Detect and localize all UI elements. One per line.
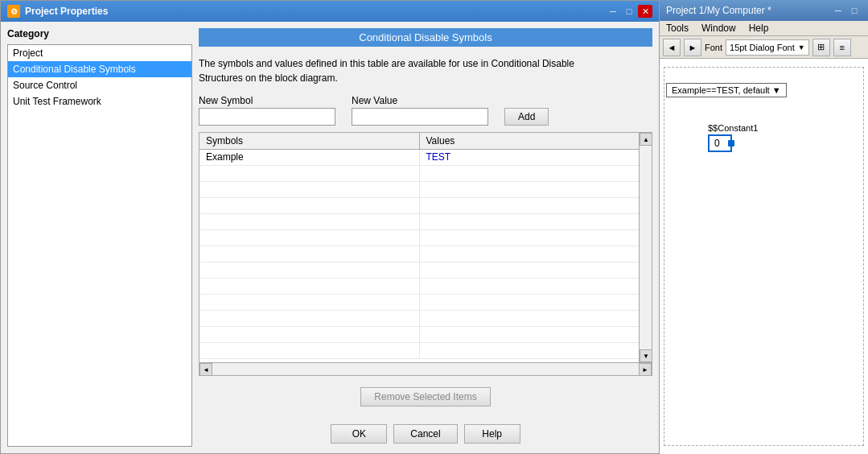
ok-button[interactable]: OK — [331, 424, 387, 444]
canvas-dropdown[interactable]: Example==TEST, default ▼ — [666, 83, 787, 97]
table-row — [200, 311, 639, 327]
title-bar-controls: ─ □ ✕ — [606, 5, 652, 18]
toolbar-extra-button1[interactable]: ⊞ — [812, 39, 830, 56]
category-panel: Category Project Conditional Disable Sym… — [7, 28, 192, 447]
description-text: The symbols and values defined in this t… — [199, 53, 652, 89]
right-title-controls: ─ □ — [831, 4, 862, 17]
table-row — [200, 295, 639, 311]
value-cell: TEST — [420, 150, 640, 165]
bottom-buttons: OK Cancel Help — [199, 418, 652, 447]
new-value-group: New Value — [352, 95, 488, 126]
table-row — [200, 279, 639, 295]
right-panel-title: Project 1/My Computer * — [666, 5, 771, 16]
constant-name: $$Constant1 — [708, 123, 758, 133]
right-maximize-button[interactable]: □ — [847, 4, 862, 17]
table-row[interactable]: Example TEST — [200, 150, 639, 166]
constant-output-port — [728, 140, 734, 147]
symbols-column-header: Symbols — [200, 133, 420, 149]
scrollbar-track[interactable] — [640, 146, 652, 349]
right-panel: Project 1/My Computer * ─ □ Tools Window… — [660, 0, 868, 454]
font-label: Font — [705, 43, 722, 52]
values-column-header: Values — [420, 133, 640, 149]
hscroll-left-button[interactable]: ◄ — [200, 363, 212, 376]
table-row — [200, 182, 639, 198]
scrollbar-down-button[interactable]: ▼ — [640, 349, 652, 362]
constant-value-text: 0 — [714, 138, 720, 149]
dropdown-value: Example==TEST, default ▼ — [672, 85, 781, 95]
table-row — [200, 343, 639, 359]
table-row — [200, 198, 639, 214]
remove-button-container: Remove Selected Items — [199, 382, 652, 411]
symbols-table: Symbols Values Example TEST — [199, 132, 652, 376]
font-value: 15pt Dialog Font — [730, 43, 795, 52]
menu-tools[interactable]: Tools — [666, 23, 689, 34]
right-minimize-button[interactable]: ─ — [831, 4, 845, 17]
hscroll-track[interactable] — [212, 363, 639, 375]
dialog-title: Project Properties — [25, 6, 108, 17]
menu-help[interactable]: Help — [749, 23, 769, 34]
cancel-button[interactable]: Cancel — [393, 424, 457, 444]
font-dropdown-arrow-icon: ▼ — [798, 43, 805, 52]
category-list[interactable]: Project Conditional Disable Symbols Sour… — [7, 44, 192, 447]
new-symbol-input[interactable] — [199, 108, 335, 126]
toolbar-extra-button2[interactable]: ≡ — [833, 39, 851, 56]
right-toolbar: ◄ ► Font 15pt Dialog Font ▼ ⊞ ≡ — [660, 36, 868, 59]
project-properties-dialog: ⚙ Project Properties ─ □ ✕ Category Proj… — [0, 0, 660, 454]
new-symbol-label: New Symbol — [199, 95, 335, 106]
maximize-button[interactable]: □ — [622, 5, 636, 18]
category-item-unit-test[interactable]: Unit Test Framework — [8, 93, 191, 109]
right-title-bar: Project 1/My Computer * ─ □ — [660, 0, 868, 21]
table-row — [200, 230, 639, 246]
constant-value: 0 — [708, 134, 732, 152]
table-row — [200, 327, 639, 343]
help-button[interactable]: Help — [464, 424, 520, 444]
table-row — [200, 246, 639, 262]
hscroll-right-button[interactable]: ► — [639, 363, 652, 376]
table-row — [200, 214, 639, 230]
add-button[interactable]: Add — [504, 108, 549, 126]
remove-selected-button[interactable]: Remove Selected Items — [360, 387, 490, 407]
section-header: Conditional Disable Symbols — [199, 28, 652, 47]
input-row: New Symbol New Value Add — [199, 95, 652, 126]
table-horizontal-scrollbar[interactable]: ◄ ► — [200, 362, 652, 375]
category-label: Category — [7, 28, 192, 39]
table-row — [200, 166, 639, 182]
symbol-cell: Example — [200, 150, 420, 165]
close-button[interactable]: ✕ — [638, 5, 652, 18]
main-content: Conditional Disable Symbols The symbols … — [199, 28, 652, 447]
category-item-project[interactable]: Project — [8, 45, 191, 61]
new-value-input[interactable] — [352, 108, 488, 126]
right-menu-bar: Tools Window Help — [660, 21, 868, 36]
title-bar-left: ⚙ Project Properties — [7, 5, 108, 18]
constant-block: $$Constant1 0 — [708, 123, 758, 152]
font-dropdown[interactable]: 15pt Dialog Font ▼ — [726, 39, 809, 56]
table-row — [200, 262, 639, 279]
menu-window[interactable]: Window — [701, 23, 736, 34]
toolbar-back-button[interactable]: ◄ — [663, 39, 681, 56]
category-list-scroll: Project Conditional Disable Symbols Sour… — [8, 45, 191, 446]
minimize-button[interactable]: ─ — [606, 5, 620, 18]
table-vertical-scrollbar[interactable]: ▲ ▼ — [639, 133, 652, 362]
title-bar: ⚙ Project Properties ─ □ ✕ — [1, 1, 659, 22]
category-item-conditional-disable[interactable]: Conditional Disable Symbols — [8, 61, 191, 77]
table-header: Symbols Values — [200, 133, 639, 150]
app-icon: ⚙ — [7, 5, 20, 18]
canvas-dashed-border — [664, 67, 864, 446]
scrollbar-up-button[interactable]: ▲ — [640, 133, 652, 146]
new-value-label: New Value — [352, 95, 488, 106]
right-canvas: Example==TEST, default ▼ $$Constant1 0 — [660, 59, 868, 454]
new-symbol-group: New Symbol — [199, 95, 335, 126]
table-body[interactable]: Example TEST — [200, 150, 639, 362]
dialog-body: Category Project Conditional Disable Sym… — [1, 22, 659, 453]
category-item-source-control[interactable]: Source Control — [8, 77, 191, 93]
toolbar-forward-button[interactable]: ► — [684, 39, 701, 56]
